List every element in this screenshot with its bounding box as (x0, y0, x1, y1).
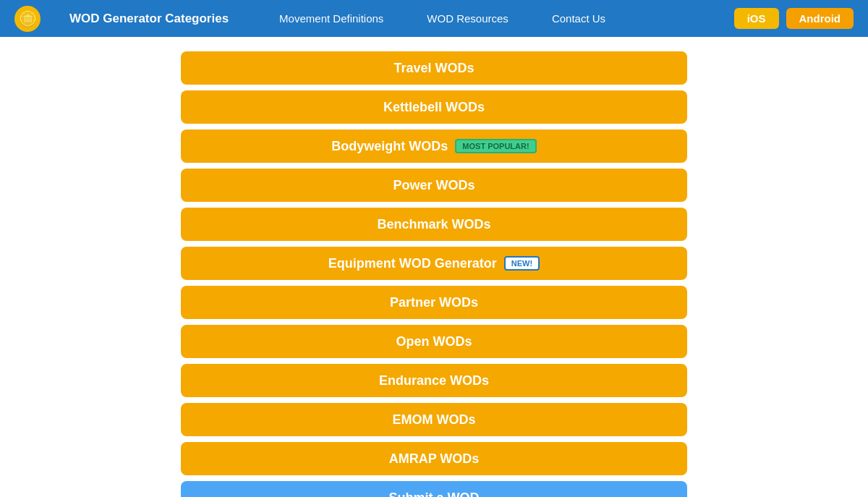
wod-button-label: Equipment WOD Generator (328, 256, 497, 271)
ios-button[interactable]: iOS (734, 8, 779, 29)
header-buttons: iOS Android (734, 8, 854, 29)
wod-button-label: Partner WODs (390, 295, 478, 310)
wod-button-equipment-wod-generator[interactable]: Equipment WOD GeneratorNEW! (181, 247, 687, 280)
wod-button-emom-wods[interactable]: EMOM WODs (181, 403, 687, 436)
main-content: Travel WODsKettlebell WODsBodyweight WOD… (0, 37, 868, 497)
wod-button-label: AMRAP WODs (389, 451, 480, 467)
wod-button-bodyweight-wods[interactable]: Bodyweight WODsMOST POPULAR! (181, 129, 687, 163)
wod-button-label: Power WODs (393, 178, 475, 193)
wod-button-label: EMOM WODs (393, 412, 476, 428)
android-button[interactable]: Android (786, 8, 854, 29)
wod-button-benchmark-wods[interactable]: Benchmark WODs (181, 208, 687, 241)
wod-button-label: Open WODs (396, 334, 472, 349)
wod-button-label: Bodyweight WODs (331, 139, 448, 154)
wod-button-amrap-wods[interactable]: AMRAP WODs (181, 442, 687, 475)
wod-button-open-wods[interactable]: Open WODs (181, 325, 687, 358)
popular-badge: MOST POPULAR! (455, 139, 536, 153)
site-header: 🪙 WOD Generator Categories Movement Defi… (0, 0, 868, 37)
nav-wod-resources[interactable]: WOD Resources (405, 12, 530, 25)
wod-button-label: Submit a WOD (389, 490, 480, 498)
wod-button-endurance-wods[interactable]: Endurance WODs (181, 364, 687, 397)
logo: 🪙 (14, 6, 41, 32)
nav-movement-definitions[interactable]: Movement Definitions (258, 12, 405, 25)
logo-emoji: 🪙 (19, 10, 37, 27)
new-badge: NEW! (504, 256, 540, 271)
wod-button-label: Travel WODs (393, 61, 474, 76)
wod-button-label: Endurance WODs (379, 373, 489, 388)
wod-button-partner-wods[interactable]: Partner WODs (181, 286, 687, 319)
wod-button-travel-wods[interactable]: Travel WODs (181, 51, 687, 85)
wod-button-kettlebell-wods[interactable]: Kettlebell WODs (181, 90, 687, 124)
wod-button-power-wods[interactable]: Power WODs (181, 169, 687, 202)
wod-button-label: Benchmark WODs (377, 217, 490, 232)
main-nav: WOD Generator Categories Movement Defini… (69, 12, 712, 26)
nav-contact-us[interactable]: Contact Us (530, 12, 627, 25)
logo-icon: 🪙 (14, 6, 41, 32)
wod-button-submit-a-wod[interactable]: Submit a WOD (181, 481, 687, 497)
wod-button-label: Kettlebell WODs (383, 100, 485, 115)
brand-title: WOD Generator Categories (69, 12, 229, 26)
